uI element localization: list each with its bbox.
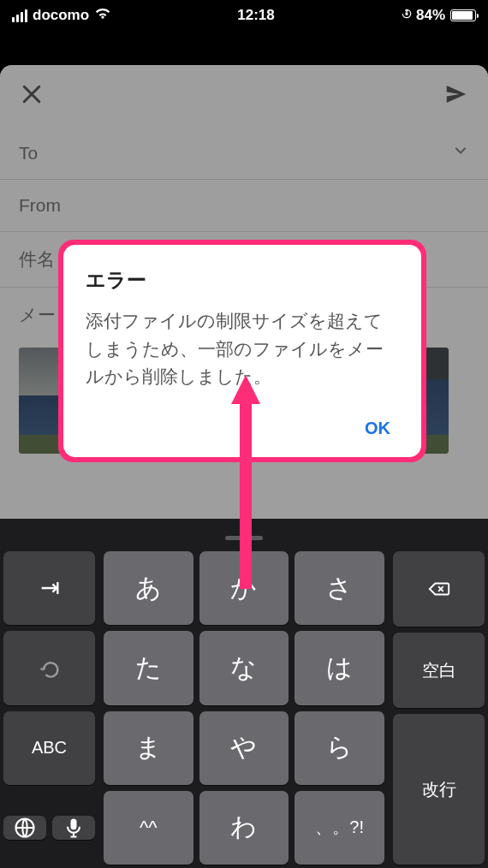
orientation-lock-icon: [401, 7, 413, 24]
subject-label: 件名: [19, 247, 55, 271]
key-na[interactable]: な: [199, 631, 289, 705]
compose-header: [0, 65, 488, 127]
chevron-down-icon[interactable]: [452, 142, 469, 163]
key-sa[interactable]: さ: [295, 551, 384, 625]
from-field[interactable]: From: [0, 179, 488, 231]
key-ra[interactable]: ら: [295, 711, 384, 785]
compose-sheet: To From 件名 メー エラー 添付ファイルの制限サイズを超えてしまうため、…: [0, 65, 488, 519]
wifi-icon: [94, 7, 111, 24]
key-ka[interactable]: か: [199, 551, 289, 625]
ok-button[interactable]: OK: [356, 413, 399, 443]
signal-icon: [12, 9, 27, 22]
key-ma[interactable]: ま: [104, 711, 193, 785]
status-bar: docomo 12:18 84%: [0, 0, 488, 31]
space-key[interactable]: 空白: [393, 633, 485, 708]
carrier-label: docomo: [33, 7, 89, 24]
enter-key[interactable]: 改行: [393, 714, 485, 865]
error-dialog: エラー 添付ファイルの制限サイズを超えてしまうため、一部のファイルをメールから削…: [58, 240, 426, 462]
next-candidate-key[interactable]: [3, 551, 95, 625]
svg-rect-2: [71, 818, 77, 829]
key-ha[interactable]: は: [295, 631, 384, 705]
key-wa[interactable]: わ: [199, 791, 289, 865]
clock: 12:18: [111, 7, 401, 24]
from-label: From: [19, 195, 61, 216]
dialog-title: エラー: [86, 267, 399, 294]
key-a[interactable]: あ: [104, 551, 193, 625]
key-emoji[interactable]: ^^: [104, 791, 193, 865]
battery-icon: [449, 9, 476, 21]
to-field[interactable]: To: [0, 127, 488, 179]
body-placeholder: メー: [19, 303, 56, 327]
close-icon[interactable]: [19, 81, 45, 110]
to-label: To: [19, 143, 38, 163]
keyboard: ABC あ か さ た な は ま や ら ^^ わ 、。?!: [0, 519, 488, 868]
dialog-message: 添付ファイルの制限サイズを超えてしまうため、一部のファイルをメールから削除しまし…: [86, 307, 399, 391]
undo-key[interactable]: [3, 631, 95, 705]
svg-rect-0: [406, 13, 408, 15]
battery-pct: 84%: [416, 7, 445, 24]
globe-key[interactable]: [3, 816, 46, 840]
mic-key[interactable]: [52, 816, 95, 840]
backspace-key[interactable]: [393, 551, 485, 627]
keyboard-grip[interactable]: [3, 524, 485, 551]
key-ya[interactable]: や: [199, 711, 289, 785]
key-ta[interactable]: た: [104, 631, 193, 705]
abc-key[interactable]: ABC: [3, 711, 95, 785]
key-punct[interactable]: 、。?!: [295, 791, 384, 865]
send-icon[interactable]: [443, 81, 469, 110]
